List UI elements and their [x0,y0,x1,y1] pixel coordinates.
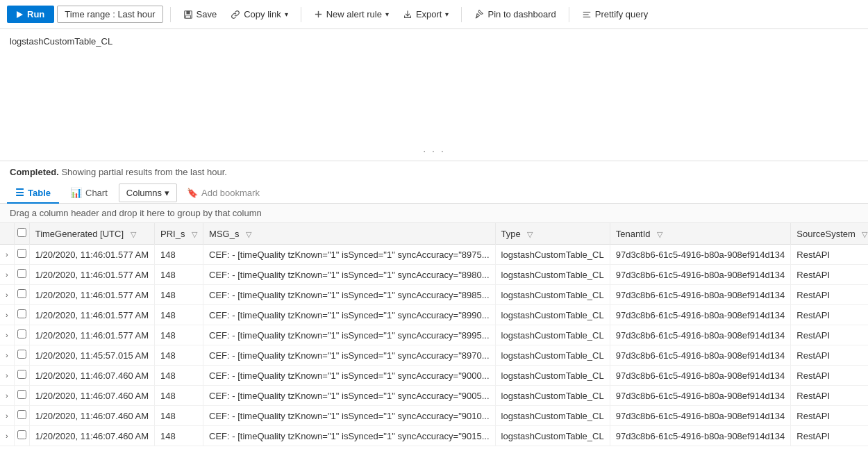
row-checkbox[interactable] [17,390,26,399]
tab-table[interactable]: ☰ Table [7,183,59,204]
checkbox-cell[interactable] [14,426,29,446]
table-row[interactable]: ›1/20/2020, 11:46:01.577 AM148CEF: - [ti… [0,245,868,265]
expand-button[interactable]: › [3,370,11,381]
columns-button[interactable]: Columns ▾ [119,183,177,202]
col-tenantid[interactable]: TenantId ▽ [610,223,791,245]
pri_s-filter-icon[interactable]: ▽ [192,230,197,239]
col-pri_s-label: PRI_s [160,229,185,239]
row-checkbox[interactable] [17,269,26,278]
tab-table-label: Table [28,188,51,198]
cell-msg_s: CEF: - [timeQuality tzKnown="1" isSynced… [203,285,496,305]
save-button[interactable]: Save [178,6,223,22]
expand-button[interactable]: › [3,249,11,260]
row-checkbox[interactable] [17,309,26,318]
checkbox-cell[interactable] [14,386,29,406]
run-button[interactable]: Run [7,6,54,23]
row-checkbox[interactable] [17,350,26,359]
checkbox-cell[interactable] [14,285,29,305]
col-pri_s[interactable]: PRI_s ▽ [155,223,203,245]
cell-type: logstashCustomTable_CL [495,285,610,305]
cell-tenantid: 97d3c8b6-61c5-4916-b80a-908ef914d134 [610,245,791,265]
prettify-button[interactable]: Prettify query [576,6,654,22]
timegenerated-filter-icon[interactable]: ▽ [131,230,136,239]
checkbox-cell[interactable] [14,245,29,265]
col-timegenerated[interactable]: TimeGenerated [UTC] ▽ [29,223,154,245]
table-body: ›1/20/2020, 11:46:01.577 AM148CEF: - [ti… [0,245,868,446]
add-bookmark-button[interactable]: 🔖 Add bookmark [180,184,267,202]
table-row[interactable]: ›1/20/2020, 11:46:07.460 AM148CEF: - [ti… [0,426,868,446]
expand-cell[interactable]: › [0,426,14,446]
row-checkbox[interactable] [17,289,26,298]
svg-rect-1 [186,10,190,13]
expand-button[interactable]: › [3,410,11,421]
checkbox-cell[interactable] [14,325,29,345]
expand-cell[interactable]: › [0,245,14,265]
expand-cell[interactable]: › [0,366,14,386]
checkbox-cell[interactable] [14,345,29,366]
expand-button[interactable]: › [3,289,11,300]
resize-handle[interactable]: · · · [423,145,445,158]
checkbox-cell[interactable] [14,305,29,325]
col-type[interactable]: Type ▽ [495,223,610,245]
table-row[interactable]: ›1/20/2020, 11:46:07.460 AM148CEF: - [ti… [0,386,868,406]
checkbox-cell[interactable] [14,366,29,386]
expand-cell[interactable]: › [0,345,14,366]
time-range-button[interactable]: Time range : Last hour [57,6,162,23]
save-label: Save [197,9,217,19]
cell-tenantid: 97d3c8b6-61c5-4916-b80a-908ef914d134 [610,265,791,285]
cell-timegenerated: 1/20/2020, 11:46:07.460 AM [29,386,154,406]
cell-pri_s: 148 [155,345,203,366]
col-sourcesystem-label: SourceSystem [796,229,856,239]
separator-4 [569,7,569,22]
cell-type: logstashCustomTable_CL [495,366,610,386]
col-sourcesystem[interactable]: SourceSystem ▽ [791,223,868,245]
cell-timegenerated: 1/20/2020, 11:46:01.577 AM [29,285,154,305]
table-row[interactable]: ›1/20/2020, 11:45:57.015 AM148CEF: - [ti… [0,345,868,366]
table-row[interactable]: ›1/20/2020, 11:46:01.577 AM148CEF: - [ti… [0,325,868,345]
separator-1 [170,7,171,22]
expand-button[interactable]: › [3,350,11,361]
expand-cell[interactable]: › [0,386,14,406]
row-checkbox[interactable] [17,410,26,419]
export-chevron: ▾ [445,10,449,18]
expand-button[interactable]: › [3,269,11,280]
checkbox-cell[interactable] [14,406,29,426]
expand-cell[interactable]: › [0,305,14,325]
expand-button[interactable]: › [3,329,11,341]
table-row[interactable]: ›1/20/2020, 11:46:01.577 AM148CEF: - [ti… [0,305,868,325]
tenantid-filter-icon[interactable]: ▽ [657,230,662,239]
pin-dashboard-button[interactable]: Pin to dashboard [469,6,561,22]
new-alert-rule-button[interactable]: New alert rule ▾ [308,6,394,22]
type-filter-icon[interactable]: ▽ [527,230,533,239]
checkbox-cell[interactable] [14,265,29,285]
table-row[interactable]: ›1/20/2020, 11:46:01.577 AM148CEF: - [ti… [0,265,868,285]
expand-cell[interactable]: › [0,285,14,305]
expand-button[interactable]: › [3,309,11,320]
query-editor[interactable]: logstashCustomTable_CL · · · [0,29,868,161]
expand-cell[interactable]: › [0,265,14,285]
table-row[interactable]: ›1/20/2020, 11:46:07.460 AM148CEF: - [ti… [0,366,868,386]
expand-cell[interactable]: › [0,325,14,345]
copy-link-chevron: ▾ [285,10,288,18]
sourcesystem-filter-icon[interactable]: ▽ [862,230,867,239]
tab-chart[interactable]: 📊 Chart [62,183,116,204]
cell-pri_s: 148 [155,285,203,305]
expand-button[interactable]: › [3,390,11,401]
cell-sourcesystem: RestAPI [791,386,868,406]
msg_s-filter-icon[interactable]: ▽ [246,230,251,239]
table-row[interactable]: ›1/20/2020, 11:46:07.460 AM148CEF: - [ti… [0,406,868,426]
expand-button[interactable]: › [3,430,11,441]
copy-link-button[interactable]: Copy link ▾ [225,6,293,22]
header-checkbox[interactable] [17,228,26,237]
table-row[interactable]: ›1/20/2020, 11:46:01.577 AM148CEF: - [ti… [0,285,868,305]
query-text[interactable]: logstashCustomTable_CL [10,36,858,47]
col-msg_s[interactable]: MSG_s ▽ [203,223,496,245]
row-checkbox[interactable] [17,370,26,379]
row-checkbox[interactable] [17,430,26,439]
row-checkbox[interactable] [17,249,26,258]
results-table-wrapper[interactable]: TimeGenerated [UTC] ▽ PRI_s ▽ MSG_s ▽ Ty… [0,223,868,446]
expand-cell[interactable]: › [0,406,14,426]
row-checkbox[interactable] [17,329,26,338]
prettify-label: Prettify query [595,9,649,19]
export-button[interactable]: Export ▾ [397,6,455,22]
